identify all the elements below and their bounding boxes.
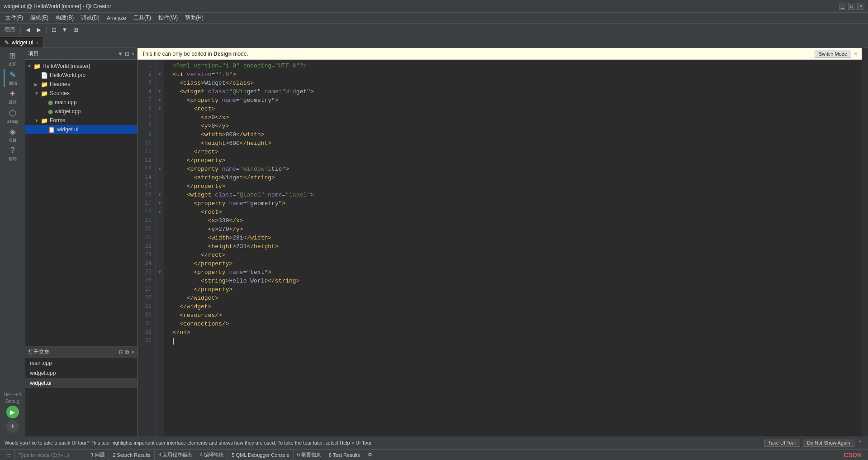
status-issues[interactable]: 1 问题 xyxy=(87,450,109,460)
tour-notice-close[interactable]: × xyxy=(857,439,863,447)
status-bar: ☰ Type to locate (Ctrl+...) 1 问题 2 Searc… xyxy=(0,449,868,460)
take-tour-button[interactable]: Take UI Tour xyxy=(764,439,801,447)
menu-file[interactable]: 文件(F) xyxy=(2,13,27,23)
tree-item-headers[interactable]: ▶ 📁 Headers xyxy=(25,80,137,89)
code-container[interactable]: 1234567891011121314151617181920212223242… xyxy=(138,60,862,436)
fold-marker-8 xyxy=(156,122,164,130)
toolbar-filter-btn[interactable]: ▼ xyxy=(60,25,70,35)
search-results-label: 2 Search Results xyxy=(113,452,151,458)
do-not-show-button[interactable]: Do Not Show Again xyxy=(803,439,854,447)
code-content[interactable]: <?xml version="1.0" encoding="UTF-8"?> <… xyxy=(164,60,862,436)
menu-debug[interactable]: 调试(D) xyxy=(77,13,103,23)
code-line-10: <height>600</height> xyxy=(166,139,862,148)
sidebar-item-help[interactable]: ? 帮助 xyxy=(4,145,22,163)
open-file-widget-ui-label: widget.ui xyxy=(30,380,51,386)
project-window-btn[interactable]: ⊡ xyxy=(125,51,129,57)
issues-label: 1 问题 xyxy=(91,451,105,458)
tree-arrow-headers: ▶ xyxy=(34,82,39,87)
open-file-main-cpp[interactable]: main.cpp xyxy=(25,358,137,368)
toolbar-back-btn[interactable]: ◀ xyxy=(23,25,33,35)
menu-build[interactable]: 构建(B) xyxy=(52,13,77,23)
tree-arrow-helloworld: ▼ xyxy=(27,64,32,69)
status-general-info[interactable]: 6 概要信息 xyxy=(294,450,325,460)
tree-item-widget-cpp[interactable]: ⬤ widget.cpp xyxy=(25,107,137,116)
tree-item-forms[interactable]: ▼ 📁 Forms xyxy=(25,116,137,125)
csdn-logo: CSDN xyxy=(840,451,865,459)
fold-marker-16[interactable]: ▼ xyxy=(156,191,164,199)
fold-marker-6[interactable]: ▼ xyxy=(156,105,164,113)
open-file-widget-cpp[interactable]: widget.cpp xyxy=(25,368,137,378)
open-files-window-btn[interactable]: ⊡ xyxy=(119,349,123,355)
help-icon: ? xyxy=(10,146,14,155)
tree-item-helloworld[interactable]: ▼ 📁 HelloWorld [master] xyxy=(25,62,137,71)
fold-marker-25[interactable]: ▼ xyxy=(156,268,164,277)
tour-notice: Would you like to take a quick UI tour? … xyxy=(0,436,868,449)
project-label: 项目 xyxy=(2,26,18,34)
maximize-button[interactable]: □ xyxy=(848,3,855,10)
menu-controls[interactable]: 控件(W) xyxy=(155,13,181,23)
code-line-27: </property> xyxy=(166,285,862,294)
sidebar-item-debug[interactable]: ⬡ Debug xyxy=(4,107,22,125)
status-qml-debugger[interactable]: 5 QML Debugger Console xyxy=(228,450,293,460)
fold-marker-32 xyxy=(156,328,164,337)
tree-label-main: main.cpp xyxy=(55,99,77,105)
sidebar-item-project[interactable]: ◈ 项目 xyxy=(4,126,22,144)
fold-marker-5[interactable]: ▼ xyxy=(156,96,164,105)
menu-help[interactable]: 帮助(H) xyxy=(181,13,207,23)
project-icon: ◈ xyxy=(9,127,16,137)
code-line-11: </rect> xyxy=(166,148,862,156)
minimize-button[interactable]: _ xyxy=(839,3,846,10)
status-test-results[interactable]: 8 Test Results xyxy=(325,450,364,460)
compile-output-label: 4 编译输出 xyxy=(200,451,224,458)
menu-tools[interactable]: 工具(T) xyxy=(130,13,155,23)
fold-marker-17[interactable]: ▼ xyxy=(156,199,164,208)
open-files-split-btn[interactable]: ⧉ xyxy=(125,349,129,355)
tree-item-main-cpp[interactable]: ⬤ main.cpp xyxy=(25,98,137,107)
menu-edit[interactable]: 编辑(E) xyxy=(27,13,52,23)
toolbar-locate-btn[interactable]: ⊡ xyxy=(49,25,59,35)
status-app-output[interactable]: 3 应用程序输出 xyxy=(155,450,196,460)
tree-item-pro[interactable]: 📄 HelloWorld.pro xyxy=(25,71,137,80)
tab-close-btn[interactable]: × xyxy=(36,40,38,45)
design-label: 设计 xyxy=(9,100,17,105)
run-button[interactable]: ▶ xyxy=(6,406,19,418)
status-locate[interactable]: Type to locate (Ctrl+...) xyxy=(15,450,87,460)
fold-marker-18[interactable]: ▼ xyxy=(156,208,164,216)
tab-widget-ui[interactable]: ✎ widget.ui × xyxy=(0,37,44,48)
close-button[interactable]: × xyxy=(857,3,864,10)
toolbar-forward-btn[interactable]: ▶ xyxy=(34,25,44,35)
project-filter-btn[interactable]: ▼ xyxy=(118,51,123,57)
code-line-9: <width>800</width> xyxy=(166,130,862,139)
switch-mode-button[interactable]: Switch Mode xyxy=(815,50,851,58)
toolbar-collapse-btn[interactable]: ⊞ xyxy=(71,25,81,35)
project-close-btn[interactable]: × xyxy=(131,51,134,57)
fold-marker-2[interactable]: ▼ xyxy=(156,70,164,79)
app-output-label: 3 应用程序输出 xyxy=(158,451,192,458)
status-compile-output[interactable]: 4 编译输出 xyxy=(196,450,228,460)
code-line-32: </ui> xyxy=(166,328,862,337)
fold-marker-13[interactable]: ▼ xyxy=(156,165,164,173)
debug-run-button[interactable]: ⬆ xyxy=(6,420,19,433)
code-line-13: <property name="windowTitle"> xyxy=(166,165,862,173)
status-hamburger[interactable]: ☰ xyxy=(3,450,15,460)
sidebar-item-edit[interactable]: ✎ 编辑 xyxy=(4,69,22,87)
menubar: 文件(F) 编辑(E) 构建(B) 调试(D) Analyze 工具(T) 控件… xyxy=(0,13,868,24)
folder-icon-sources: 📁 xyxy=(41,90,48,97)
design-notice: This file can only be edited in Design m… xyxy=(138,48,862,60)
titlebar-title: widget.ui @ HelloWorld [master] - Qt Cre… xyxy=(4,3,111,10)
code-line-31: <connections/> xyxy=(166,320,862,328)
code-line-21: <width>281</width> xyxy=(166,234,862,242)
fold-marker-4[interactable]: ▼ xyxy=(156,87,164,96)
design-notice-close[interactable]: × xyxy=(854,51,857,57)
open-files-close-btn[interactable]: × xyxy=(131,349,134,355)
status-search-results[interactable]: 2 Search Results xyxy=(109,450,155,460)
code-line-22: <height>231</height> xyxy=(166,242,862,251)
status-gear[interactable]: ⚙ xyxy=(364,450,376,460)
open-file-widget-ui[interactable]: widget.ui xyxy=(25,378,137,388)
tree-item-sources[interactable]: ▼ 📁 Sources xyxy=(25,89,137,98)
menu-analyze[interactable]: Analyze xyxy=(103,14,130,22)
sidebar-item-welcome[interactable]: ⊞ 欢迎 xyxy=(4,50,22,68)
code-line-7: <x>0</x> xyxy=(166,113,862,122)
tree-item-widget-ui[interactable]: 📋 widget.ui xyxy=(25,125,137,134)
sidebar-item-design[interactable]: ✦ 设计 xyxy=(4,88,22,106)
